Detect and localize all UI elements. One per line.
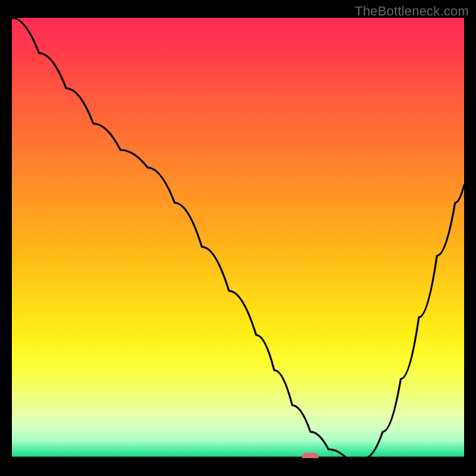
plot-area	[12, 18, 464, 458]
optimal-marker	[302, 453, 319, 458]
watermark-text: TheBottleneck.com	[355, 4, 469, 19]
bottleneck-curve	[12, 18, 464, 458]
curve-layer	[12, 18, 464, 458]
chart-frame: TheBottleneck.com	[0, 0, 476, 476]
